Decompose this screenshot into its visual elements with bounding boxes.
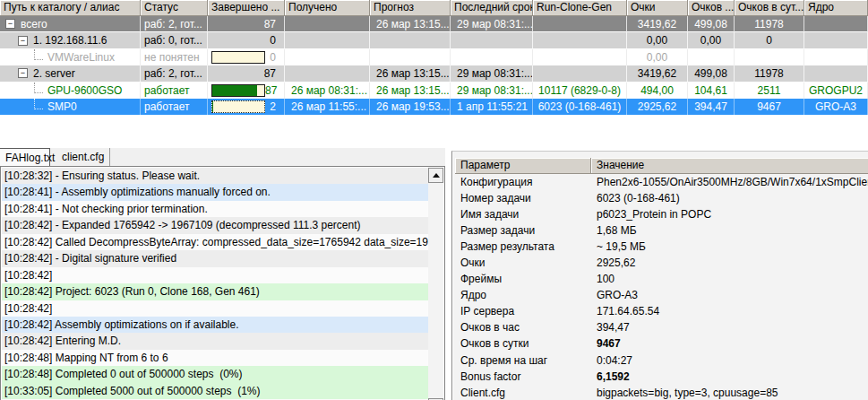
column-header-path[interactable]: Путь к каталогу / алиас: [0, 0, 141, 16]
param-label: Очков в сутки: [455, 335, 591, 352]
job-name-cell: −2. server: [0, 65, 141, 82]
log-scrollbar[interactable]: [428, 168, 443, 400]
job-label: всего: [21, 16, 47, 32]
log-line: [10:33:05] Completed 5000 out of 500000 …: [2, 383, 428, 399]
pph-cell: 499,08: [688, 65, 735, 82]
log-line: [10:28:42] Entering M.D.: [2, 333, 428, 349]
progress-bar: [211, 100, 265, 113]
tree-expander-icon[interactable]: −: [18, 68, 28, 78]
forecast-cell: 26 мар 13:15...: [370, 83, 451, 99]
completed-cell: 0: [208, 32, 285, 48]
ppd-cell: 0: [735, 32, 804, 48]
param-value: 6023 (0-168-461): [591, 190, 868, 206]
log-line: [10:28:42] Project: 6023 (Run 0, Clone 1…: [2, 283, 428, 300]
status-cell: не понятен: [141, 49, 208, 65]
param-value: 9467: [591, 335, 868, 352]
column-header-deadline[interactable]: Последний срок: [451, 0, 533, 16]
progress-bar: [211, 84, 265, 97]
job-name-cell: SMP0: [0, 99, 141, 115]
received-cell: [285, 49, 370, 65]
ppd-cell: 11978: [735, 65, 804, 82]
param-row: Ср. время на шаг0:04:27: [455, 352, 868, 369]
received-cell: 26 мар 08:31:...: [285, 83, 370, 99]
points-cell: 3419,62: [627, 65, 688, 82]
param-row: Номер задачи6023 (0-168-461): [455, 190, 868, 206]
job-row-1.-192.168.11.6[interactable]: −1. 192.168.11.6раб: 0, гот...00,000,000: [0, 32, 868, 48]
completed-cell: 87: [208, 16, 285, 32]
status-cell: работает: [141, 83, 208, 99]
job-label: 1. 192.168.11.6: [33, 32, 107, 48]
rcg-cell: 6023 (0-168-461): [533, 99, 627, 115]
job-label: 2. server: [33, 65, 75, 82]
param-label: Размер результата: [455, 239, 591, 255]
status-cell: раб: 2, гот...: [141, 16, 208, 32]
param-label: Размер задачи: [455, 222, 591, 239]
column-header-core[interactable]: Ядро: [804, 0, 868, 16]
core-cell: [804, 65, 868, 82]
scroll-up-icon: [433, 173, 440, 178]
tab-fahlog[interactable]: FAHlog.txt: [0, 148, 50, 166]
param-label: Ядро: [455, 287, 591, 303]
job-row-2.-server[interactable]: −2. serverраб: 2, гот...8726 мар 13:15..…: [0, 65, 868, 82]
job-row--[interactable]: −всегораб: 2, гот...8726 мар 13:15...29 …: [0, 16, 868, 32]
column-header-forecast[interactable]: Прогноз: [370, 0, 451, 16]
param-label: Имя задачи: [455, 206, 591, 222]
job-name-cell: GPU-9600GSO: [0, 83, 141, 99]
job-name-cell: −1. 192.168.11.6: [0, 32, 141, 48]
completed-value: 87: [265, 83, 281, 99]
param-label: Номер задачи: [455, 190, 591, 206]
param-row: Размер задачи1,68 МБ: [455, 222, 868, 239]
points-cell: 0,00: [627, 32, 688, 48]
tree-expander-icon[interactable]: −: [5, 19, 15, 29]
completed-cell: 87: [208, 83, 285, 99]
column-header-status[interactable]: Статус: [141, 0, 208, 16]
column-header-received[interactable]: Получено: [285, 0, 370, 16]
column-header-pph[interactable]: Очков ...: [688, 0, 735, 16]
column-header-parameter[interactable]: Параметр: [455, 158, 591, 174]
column-header-rcg[interactable]: Run-Clone-Gen: [533, 0, 627, 16]
param-value: GRO-A3: [591, 287, 868, 303]
scrollbar-up-button[interactable]: [428, 168, 443, 183]
column-header-points[interactable]: Очки: [627, 0, 688, 16]
forecast-cell: 26 мар 13:15...: [370, 65, 451, 82]
column-header-completed[interactable]: Завершено ...: [208, 0, 285, 16]
param-label: Очки: [455, 255, 591, 271]
param-row: Очков в час394,47: [455, 319, 868, 335]
log-line: [10:28:42]: [2, 300, 428, 317]
column-header-ppd[interactable]: Очков в сут...: [735, 0, 804, 16]
job-row-GPU-9600GSO[interactable]: GPU-9600GSOработает8726 мар 08:31:...26 …: [0, 83, 868, 99]
param-value: 1,68 МБ: [591, 222, 868, 239]
points-cell: 494,00: [627, 83, 688, 99]
pph-cell: 499,08: [688, 16, 735, 32]
job-row-VMWareLinux[interactable]: VMWareLinuxне понятен00,00: [0, 49, 868, 65]
param-value: 394,47: [591, 319, 868, 335]
rcg-cell: [533, 49, 627, 65]
status-cell: раб: 0, гот...: [141, 32, 208, 48]
tree-connector: [34, 49, 43, 60]
completed-cell: 0: [208, 49, 285, 65]
received-cell: [285, 65, 370, 82]
log-line: [10:28:42] Called DecompressByteArray: c…: [2, 234, 428, 250]
tree-expander-icon[interactable]: −: [18, 36, 28, 46]
param-row: КонфигурацияPhen2x6-1055/OnAir3500MHz/8G…: [455, 174, 868, 190]
rcg-cell: [533, 65, 627, 82]
ppd-cell: 9467: [735, 99, 804, 115]
param-label: Bonus factor: [455, 369, 591, 385]
param-value: p6023_Protein in POPC: [591, 206, 868, 222]
tab-clientcfg[interactable]: client.cfg: [51, 148, 110, 166]
jobs-table: Путь к каталогу / алиасСтатусЗавершено .…: [0, 0, 868, 115]
completed-cell: 87: [208, 65, 285, 82]
param-row: Фреймы100: [455, 271, 868, 287]
column-header-value[interactable]: Значение: [591, 158, 868, 174]
ppd-cell: [735, 49, 804, 65]
job-row-SMP0[interactable]: SMP0работает226 мар 11:55:...26 мар 19:5…: [0, 99, 868, 115]
log-view: [10:28:32] - Ensuring status. Please wai…: [0, 166, 445, 400]
points-cell: 0,00: [627, 49, 688, 65]
deadline-cell: [451, 49, 533, 65]
core-cell: [804, 32, 868, 48]
log-lines: [10:28:32] - Ensuring status. Please wai…: [2, 168, 428, 400]
tree-connector: [34, 83, 43, 93]
jobs-table-header: Путь к каталогу / алиасСтатусЗавершено .…: [0, 0, 868, 16]
deadline-cell: [451, 32, 533, 48]
rcg-cell: [533, 16, 627, 32]
